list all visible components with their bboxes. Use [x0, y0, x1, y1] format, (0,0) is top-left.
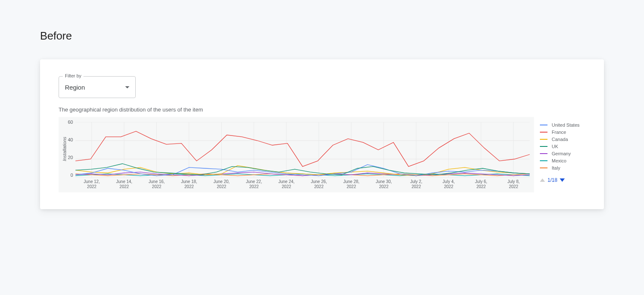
chart-plot: Installations 6040200 June 12,2022June 1… — [59, 117, 534, 192]
legend-label: France — [552, 130, 566, 135]
y-tick: 0 — [68, 173, 73, 178]
y-tick: 40 — [68, 137, 73, 142]
chevron-down-icon — [125, 86, 129, 88]
filter-value: Region — [65, 84, 85, 91]
legend-item[interactable]: Italy — [540, 164, 585, 171]
x-axis-ticks: June 12,2022June 14,2022June 16,2022June… — [75, 178, 530, 189]
legend-swatch — [540, 167, 547, 168]
chart-svg — [75, 122, 530, 178]
x-tick: June 22,2022 — [238, 179, 270, 189]
page-title: Before — [40, 29, 604, 43]
legend-item[interactable]: France — [540, 128, 585, 136]
legend-item[interactable]: United States — [540, 121, 585, 128]
y-axis-ticks: 6040200 — [68, 120, 75, 178]
x-tick: July 4,2022 — [432, 179, 465, 189]
legend-label: Italy — [552, 165, 560, 170]
chart-card: Filter by Region The geographical region… — [40, 59, 604, 209]
filter-label: Filter by — [63, 73, 83, 78]
legend-swatch — [540, 160, 547, 161]
chart-subtitle: The geographical region distribution of … — [59, 106, 585, 113]
chart-legend: United StatesFranceCanadaUKGermanyMexico… — [540, 117, 585, 192]
legend-swatch — [540, 132, 547, 133]
legend-pager: 1/18 — [540, 177, 585, 183]
y-tick: 60 — [68, 120, 73, 125]
x-tick: June 20,2022 — [205, 179, 238, 189]
x-tick: June 14,2022 — [108, 179, 140, 189]
x-tick: June 30,2022 — [368, 179, 400, 189]
legend-swatch — [540, 153, 547, 154]
legend-label: UK — [552, 144, 558, 149]
pager-text: 1/18 — [547, 177, 557, 183]
x-tick: June 18,2022 — [173, 179, 205, 189]
legend-swatch — [540, 139, 547, 140]
legend-item[interactable]: Canada — [540, 136, 585, 143]
x-tick: June 24,2022 — [270, 179, 303, 189]
x-tick: June 26,2022 — [303, 179, 335, 189]
x-tick: July 8,2022 — [497, 179, 530, 189]
x-tick: June 28,2022 — [335, 179, 368, 189]
legend-item[interactable]: Mexico — [540, 157, 585, 164]
legend-item[interactable]: Germany — [540, 150, 585, 157]
x-tick: June 12,2022 — [75, 179, 108, 189]
legend-swatch — [540, 146, 547, 147]
legend-label: United States — [552, 122, 580, 128]
pager-next-icon[interactable] — [560, 178, 565, 182]
series-line — [75, 131, 530, 167]
legend-label: Germany — [552, 151, 571, 156]
y-tick: 20 — [68, 155, 73, 160]
pager-prev-icon[interactable] — [540, 178, 545, 182]
legend-label: Mexico — [552, 158, 566, 163]
y-axis-label: Installations — [61, 137, 68, 161]
x-tick: July 6,2022 — [465, 179, 497, 189]
legend-item[interactable]: UK — [540, 143, 585, 150]
filter-by-select[interactable]: Filter by Region — [59, 76, 136, 98]
legend-label: Canada — [552, 137, 568, 142]
x-tick: June 16,2022 — [140, 179, 173, 189]
x-tick: July 2,2022 — [400, 179, 432, 189]
legend-swatch — [540, 125, 547, 125]
